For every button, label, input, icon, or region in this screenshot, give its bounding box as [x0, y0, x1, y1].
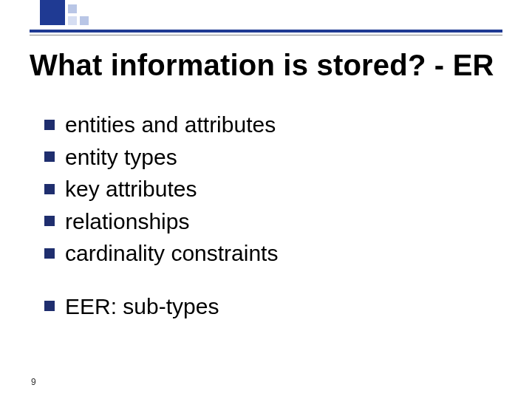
list-item: entity types	[44, 143, 278, 171]
list-item: key attributes	[44, 175, 278, 203]
square-bullet-icon	[44, 184, 55, 194]
decor-square-small	[68, 16, 77, 25]
list-item-label: cardinality constraints	[65, 239, 278, 267]
bullet-list: entities and attributes entity types key…	[44, 111, 278, 324]
list-item: EER: sub-types	[44, 293, 278, 321]
square-bullet-icon	[44, 120, 55, 130]
square-bullet-icon	[44, 216, 55, 226]
slide-title: What information is stored? - ER	[30, 49, 494, 82]
list-item-label: EER: sub-types	[65, 293, 219, 321]
decor-square-large	[40, 0, 65, 25]
list-item-label: relationships	[65, 208, 189, 236]
decor-square-small	[68, 4, 77, 13]
list-item-label: key attributes	[65, 175, 197, 203]
square-bullet-icon	[44, 301, 55, 311]
list-item: relationships	[44, 208, 278, 236]
page-number: 9	[31, 377, 36, 387]
slide-header-decoration	[0, 0, 532, 38]
list-item: entities and attributes	[44, 111, 278, 139]
decor-rule-thick	[30, 30, 502, 33]
decor-rule-thin	[30, 35, 502, 35]
square-bullet-icon	[44, 151, 55, 162]
square-bullet-icon	[44, 248, 55, 259]
list-item-label: entity types	[65, 143, 177, 171]
decor-square-small	[80, 16, 89, 25]
list-item: cardinality constraints	[44, 239, 278, 267]
list-item-label: entities and attributes	[65, 111, 276, 139]
